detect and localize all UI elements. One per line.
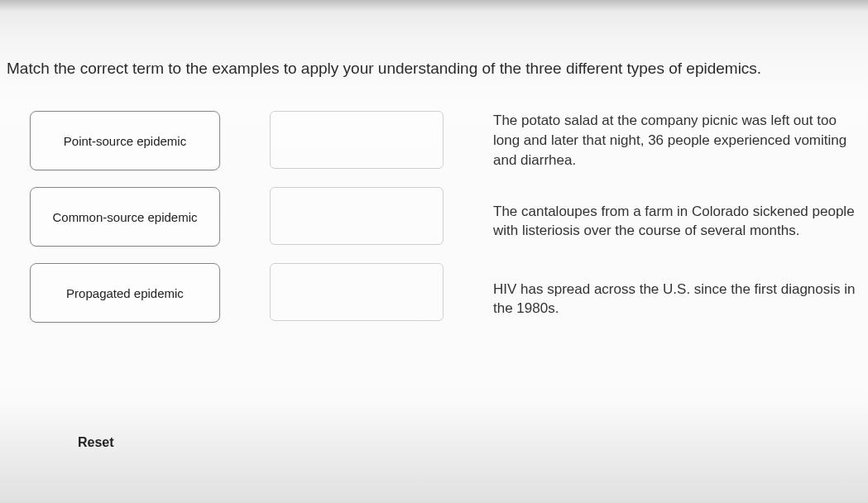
term-label: Common-source epidemic bbox=[52, 210, 197, 224]
term-card-point-source[interactable]: Point-source epidemic bbox=[30, 111, 220, 170]
descriptions-column: The potato salad at the company picnic w… bbox=[493, 111, 868, 325]
drop-zone-3[interactable] bbox=[270, 263, 444, 321]
drop-zone-2[interactable] bbox=[270, 187, 444, 245]
term-label: Propagated epidemic bbox=[66, 286, 184, 300]
terms-column: Point-source epidemic Common-source epid… bbox=[30, 111, 220, 325]
drop-zone-1[interactable] bbox=[270, 111, 444, 169]
matching-area: Point-source epidemic Common-source epid… bbox=[0, 78, 868, 325]
reset-button[interactable]: Reset bbox=[71, 432, 121, 453]
description-2: The cantaloupes from a farm in Colorado … bbox=[493, 194, 865, 247]
drop-column bbox=[270, 111, 444, 325]
term-card-propagated[interactable]: Propagated epidemic bbox=[30, 263, 220, 323]
term-label: Point-source epidemic bbox=[64, 134, 186, 148]
description-3: HIV has spread across the U.S. since the… bbox=[493, 272, 865, 325]
question-prompt: Match the correct term to the examples t… bbox=[0, 0, 868, 78]
term-card-common-source[interactable]: Common-source epidemic bbox=[30, 187, 220, 247]
description-1: The potato salad at the company picnic w… bbox=[493, 111, 865, 170]
